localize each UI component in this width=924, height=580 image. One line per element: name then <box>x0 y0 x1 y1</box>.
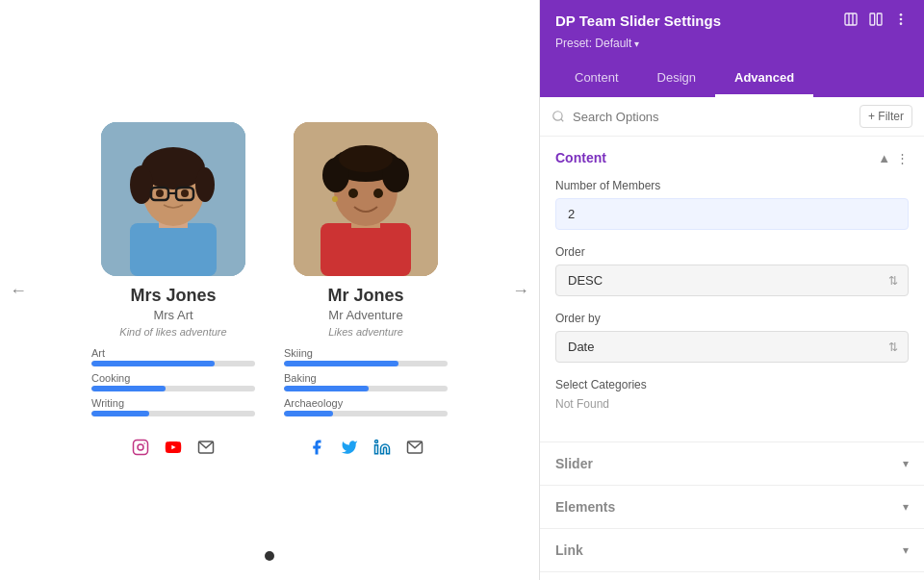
skill-cooking: Cooking <box>91 372 255 391</box>
slider-section: Slider ▾ <box>540 442 924 486</box>
skill-label-skiing: Skiing <box>284 347 448 359</box>
search-input[interactable] <box>573 110 852 124</box>
member-photo-1 <box>101 122 245 276</box>
youtube-icon[interactable] <box>162 436 185 459</box>
skill-skiing: Skiing <box>284 347 448 366</box>
instagram-icon[interactable] <box>129 436 152 459</box>
preset-row[interactable]: Preset: Default <box>555 34 909 51</box>
team-cards-container: Mrs Jones Mrs Art Kind of likes adventur… <box>91 122 448 459</box>
skill-label-archaeology: Archaeology <box>284 397 448 409</box>
search-row: + Filter <box>540 97 924 137</box>
elements-section-header[interactable]: Elements ▾ <box>540 486 924 528</box>
slider-chevron-icon[interactable]: ▾ <box>903 457 909 470</box>
email-icon-1[interactable] <box>194 436 218 459</box>
content-section-title-group: Content <box>555 150 606 165</box>
dot-1[interactable] <box>265 551 274 561</box>
skill-archaeology: Archaeology <box>284 397 448 416</box>
prev-arrow[interactable]: ← <box>10 280 27 300</box>
member-name-1: Mrs Jones <box>130 286 216 306</box>
team-card-1: Mrs Jones Mrs Art Kind of likes adventur… <box>91 122 255 459</box>
content-section-actions: ▲ ⋮ <box>878 151 909 165</box>
person-silhouette-2 <box>294 122 438 276</box>
tabs-row: Content Design Advanced <box>555 61 909 97</box>
elements-section-title: Elements <box>555 499 615 515</box>
svg-rect-32 <box>870 13 875 25</box>
svg-point-6 <box>195 167 215 202</box>
svg-rect-1 <box>130 223 217 276</box>
slider-section-title: Slider <box>555 456 593 471</box>
skill-bar-bg-archaeology <box>284 411 448 416</box>
preview-panel: Mrs Jones Mrs Art Kind of likes adventur… <box>0 0 539 580</box>
elements-section: Elements ▾ <box>540 486 924 529</box>
skill-label-writing: Writing <box>91 397 255 409</box>
order-by-field: Order by Date Title ID <box>555 312 909 363</box>
link-section-header[interactable]: Link ▾ <box>540 529 924 571</box>
member-skills-1: Art Cooking Writing <box>91 347 255 422</box>
svg-point-25 <box>348 189 358 198</box>
skill-bar-bg-art <box>91 361 255 366</box>
preset-label[interactable]: Preset: Default <box>555 37 639 50</box>
skill-bar-fill-writing <box>91 411 149 416</box>
number-of-members-value: 2 <box>555 198 909 230</box>
elements-chevron-icon[interactable]: ▾ <box>903 500 909 514</box>
settings-body: + Filter Content ▲ ⋮ Number of Members 2 <box>540 97 924 580</box>
order-select-wrapper[interactable]: DESC ASC <box>555 265 909 296</box>
columns-icon[interactable] <box>868 12 884 30</box>
number-of-members-field: Number of Members 2 <box>555 179 909 230</box>
select-categories-label: Select Categories <box>555 378 909 391</box>
link-chevron-icon[interactable]: ▾ <box>903 543 909 557</box>
order-select[interactable]: DESC ASC <box>556 265 908 295</box>
panel-header: DP Team Slider Settings <box>540 0 924 97</box>
social-icons-1 <box>129 436 218 459</box>
link-section-title: Link <box>555 542 583 558</box>
svg-point-13 <box>138 444 143 450</box>
chevron-up-icon[interactable]: ▲ <box>878 151 890 165</box>
filter-button[interactable]: + Filter <box>860 105 912 128</box>
svg-point-35 <box>900 18 903 21</box>
member-name-2: Mr Jones <box>327 286 403 306</box>
twitter-icon[interactable] <box>338 436 361 459</box>
skill-label-cooking: Cooking <box>91 372 255 384</box>
skill-bar-fill-archaeology <box>284 411 333 416</box>
resize-icon[interactable] <box>843 12 859 30</box>
skill-bar-bg-cooking <box>91 386 255 391</box>
skill-bar-fill-baking <box>284 386 369 391</box>
facebook-icon[interactable] <box>305 436 328 459</box>
svg-line-38 <box>561 119 564 122</box>
member-role-2: Mr Adventure <box>328 308 402 322</box>
more-options-icon[interactable] <box>893 12 909 30</box>
skill-bar-bg-skiing <box>284 361 448 366</box>
panel-header-icons <box>843 12 909 30</box>
svg-point-5 <box>130 165 153 204</box>
skill-label-baking: Baking <box>284 372 448 384</box>
content-section: Content ▲ ⋮ Number of Members 2 Order DE… <box>540 137 924 442</box>
linkedin-icon[interactable] <box>371 436 394 459</box>
order-by-select[interactable]: Date Title ID <box>556 332 908 362</box>
tab-advanced[interactable]: Advanced <box>715 61 813 97</box>
person-silhouette-1 <box>101 122 245 276</box>
member-photo-2 <box>294 122 438 276</box>
content-section-title: Content <box>555 150 606 165</box>
svg-point-37 <box>553 112 562 120</box>
background-section-header[interactable]: Background ▾ <box>540 572 924 580</box>
link-section: Link ▾ <box>540 529 924 572</box>
content-section-header[interactable]: Content ▲ ⋮ <box>540 137 924 179</box>
svg-point-29 <box>375 440 378 442</box>
svg-point-10 <box>156 189 164 197</box>
select-categories-field: Select Categories Not Found <box>555 378 909 411</box>
next-arrow[interactable]: → <box>512 280 529 300</box>
email-icon-2[interactable] <box>403 436 426 459</box>
skill-bar-fill-art <box>91 361 215 366</box>
more-section-icon[interactable]: ⋮ <box>896 151 909 165</box>
tab-design[interactable]: Design <box>638 61 715 97</box>
svg-rect-12 <box>134 440 148 454</box>
svg-point-24 <box>339 145 393 172</box>
svg-point-26 <box>373 189 383 198</box>
tab-content[interactable]: Content <box>555 61 638 97</box>
social-icons-2 <box>305 436 426 459</box>
slider-section-header[interactable]: Slider ▾ <box>540 442 924 485</box>
order-by-select-wrapper[interactable]: Date Title ID <box>555 331 909 363</box>
skill-bar-fill-skiing <box>284 361 398 366</box>
member-role-1: Mrs Art <box>153 308 192 322</box>
svg-point-36 <box>900 22 903 25</box>
